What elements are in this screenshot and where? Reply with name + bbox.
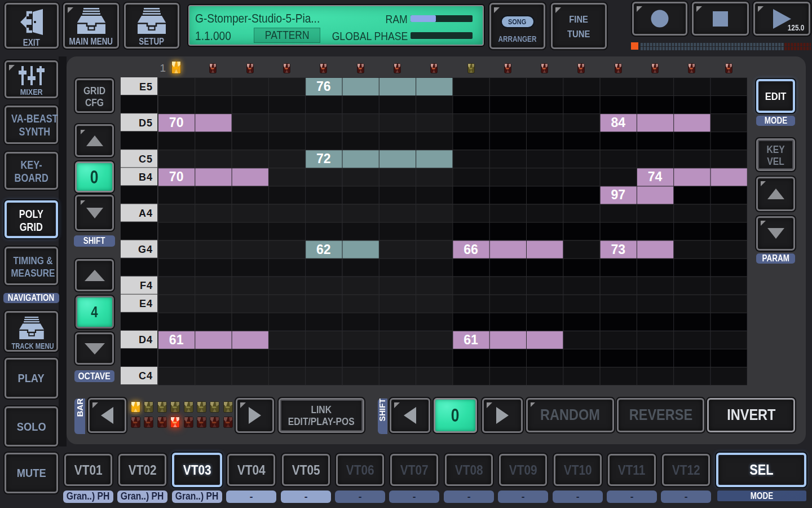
svg-text:70: 70 (169, 169, 184, 184)
svg-text:61: 61 (169, 332, 184, 347)
svg-text:66: 66 (464, 242, 478, 257)
svg-text:73: 73 (611, 242, 625, 257)
svg-text:74: 74 (648, 169, 663, 184)
svg-text:72: 72 (316, 151, 331, 166)
svg-text:70: 70 (169, 115, 184, 130)
svg-text:D5: D5 (139, 117, 153, 129)
svg-text:C4: C4 (139, 370, 153, 382)
svg-text:A4: A4 (139, 208, 153, 219)
svg-text:D4: D4 (139, 334, 153, 345)
svg-text:E5: E5 (139, 81, 153, 93)
svg-text:62: 62 (316, 242, 331, 257)
svg-text:97: 97 (611, 187, 625, 202)
svg-text:E4: E4 (139, 298, 153, 309)
svg-text:61: 61 (464, 332, 478, 347)
svg-text:76: 76 (316, 79, 331, 94)
svg-text:B4: B4 (139, 172, 153, 183)
svg-text:F4: F4 (140, 280, 153, 291)
svg-text:G4: G4 (138, 244, 153, 255)
svg-text:C5: C5 (139, 154, 153, 165)
svg-text:84: 84 (611, 115, 625, 130)
